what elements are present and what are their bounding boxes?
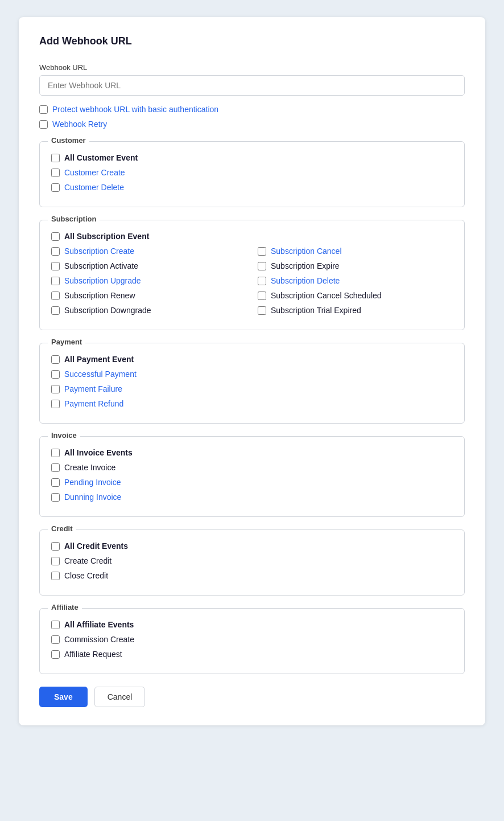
save-button[interactable]: Save xyxy=(39,687,88,707)
all-payment-event-option[interactable]: All Payment Event xyxy=(51,355,453,364)
all-payment-event-checkbox[interactable] xyxy=(51,355,60,364)
subscription-items-grid: Subscription Create Subscription Cancel … xyxy=(51,247,453,321)
sub-expire-checkbox[interactable] xyxy=(258,262,266,270)
invoice-section: Invoice All Invoice Events Create Invoic… xyxy=(39,436,465,517)
payment-failure-checkbox[interactable] xyxy=(51,385,60,393)
successful-payment-option[interactable]: Successful Payment xyxy=(51,370,453,379)
successful-payment-checkbox[interactable] xyxy=(51,370,60,379)
affiliate-content: All Affiliate Events Commission Create A… xyxy=(51,620,453,659)
sub-create-checkbox[interactable] xyxy=(51,247,60,256)
sub-upgrade-option[interactable]: Subscription Upgrade xyxy=(51,276,246,285)
all-subscription-event-option[interactable]: All Subscription Event xyxy=(51,232,453,241)
sub-downgrade-checkbox[interactable] xyxy=(51,306,60,315)
commission-create-checkbox[interactable] xyxy=(51,635,60,644)
sub-downgrade-label: Subscription Downgrade xyxy=(64,306,151,315)
create-invoice-checkbox[interactable] xyxy=(51,463,60,472)
dunning-invoice-label: Dunning Invoice xyxy=(64,492,121,502)
sub-downgrade-option[interactable]: Subscription Downgrade xyxy=(51,306,246,315)
webhook-retry-option[interactable]: Webhook Retry xyxy=(39,120,465,129)
customer-create-label: Customer Create xyxy=(64,168,125,177)
all-payment-event-label: All Payment Event xyxy=(64,355,134,364)
all-invoice-events-checkbox[interactable] xyxy=(51,449,60,457)
customer-legend: Customer xyxy=(48,136,89,145)
dunning-invoice-option[interactable]: Dunning Invoice xyxy=(51,492,453,502)
all-customer-event-checkbox[interactable] xyxy=(51,154,60,162)
affiliate-request-checkbox[interactable] xyxy=(51,650,60,659)
all-invoice-events-label: All Invoice Events xyxy=(64,448,133,457)
credit-content: All Credit Events Create Credit Close Cr… xyxy=(51,541,453,580)
webhook-url-label: Webhook URL xyxy=(39,63,465,72)
payment-failure-option[interactable]: Payment Failure xyxy=(51,384,453,393)
sub-cancel-option[interactable]: Subscription Cancel xyxy=(258,247,453,256)
webhook-url-input[interactable] xyxy=(39,75,465,96)
all-subscription-event-checkbox[interactable] xyxy=(51,232,60,241)
pending-invoice-checkbox[interactable] xyxy=(51,478,60,487)
all-credit-events-label: All Credit Events xyxy=(64,541,128,551)
payment-refund-option[interactable]: Payment Refund xyxy=(51,399,453,408)
create-credit-checkbox[interactable] xyxy=(51,557,60,565)
sub-cancel-sched-checkbox[interactable] xyxy=(258,292,266,300)
close-credit-label: Close Credit xyxy=(64,571,108,580)
all-affiliate-events-option[interactable]: All Affiliate Events xyxy=(51,620,453,629)
sub-activate-label: Subscription Activate xyxy=(64,261,138,270)
sub-activate-checkbox[interactable] xyxy=(51,262,60,270)
action-buttons: Save Cancel xyxy=(39,687,465,707)
sub-cancel-sched-option[interactable]: Subscription Cancel Scheduled xyxy=(258,291,453,300)
affiliate-request-option[interactable]: Affiliate Request xyxy=(51,650,453,659)
successful-payment-label: Successful Payment xyxy=(64,370,137,379)
create-credit-option[interactable]: Create Credit xyxy=(51,556,453,565)
pending-invoice-option[interactable]: Pending Invoice xyxy=(51,478,453,487)
sub-delete-checkbox[interactable] xyxy=(258,277,266,285)
customer-delete-checkbox[interactable] xyxy=(51,183,60,192)
all-affiliate-events-checkbox[interactable] xyxy=(51,621,60,629)
sub-create-label: Subscription Create xyxy=(64,247,134,256)
webhook-retry-checkbox[interactable] xyxy=(39,120,48,129)
sub-expire-label: Subscription Expire xyxy=(271,261,340,270)
add-webhook-card: Add Webhook URL Webhook URL Protect webh… xyxy=(19,17,485,725)
all-credit-events-checkbox[interactable] xyxy=(51,542,60,551)
sub-renew-checkbox[interactable] xyxy=(51,292,60,300)
all-customer-event-option[interactable]: All Customer Event xyxy=(51,153,453,162)
commission-create-option[interactable]: Commission Create xyxy=(51,635,453,644)
sub-renew-option[interactable]: Subscription Renew xyxy=(51,291,246,300)
payment-failure-label: Payment Failure xyxy=(64,384,122,393)
create-credit-label: Create Credit xyxy=(64,556,111,565)
sub-activate-option[interactable]: Subscription Activate xyxy=(51,261,246,270)
sub-expire-option[interactable]: Subscription Expire xyxy=(258,261,453,270)
customer-delete-option[interactable]: Customer Delete xyxy=(51,183,453,192)
payment-refund-checkbox[interactable] xyxy=(51,400,60,408)
cancel-button[interactable]: Cancel xyxy=(94,687,146,707)
credit-legend: Credit xyxy=(48,524,76,533)
affiliate-section: Affiliate All Affiliate Events Commissio… xyxy=(39,608,465,674)
sub-delete-label: Subscription Delete xyxy=(271,276,340,285)
customer-delete-label: Customer Delete xyxy=(64,183,124,192)
affiliate-request-label: Affiliate Request xyxy=(64,650,122,659)
all-credit-events-option[interactable]: All Credit Events xyxy=(51,541,453,551)
sub-trial-exp-label: Subscription Trial Expired xyxy=(271,306,361,315)
protect-auth-checkbox[interactable] xyxy=(39,105,48,114)
create-invoice-label: Create Invoice xyxy=(64,463,115,472)
customer-create-option[interactable]: Customer Create xyxy=(51,168,453,177)
top-options: Protect webhook URL with basic authentic… xyxy=(39,105,465,129)
commission-create-label: Commission Create xyxy=(64,635,134,644)
all-invoice-events-option[interactable]: All Invoice Events xyxy=(51,448,453,457)
all-affiliate-events-label: All Affiliate Events xyxy=(64,620,134,629)
sub-cancel-checkbox[interactable] xyxy=(258,247,266,256)
close-credit-option[interactable]: Close Credit xyxy=(51,571,453,580)
sub-upgrade-checkbox[interactable] xyxy=(51,277,60,285)
sub-delete-option[interactable]: Subscription Delete xyxy=(258,276,453,285)
customer-create-checkbox[interactable] xyxy=(51,169,60,177)
dunning-invoice-checkbox[interactable] xyxy=(51,493,60,502)
sub-create-option[interactable]: Subscription Create xyxy=(51,247,246,256)
page-title: Add Webhook URL xyxy=(39,35,465,47)
payment-refund-label: Payment Refund xyxy=(64,399,123,408)
sub-trial-exp-checkbox[interactable] xyxy=(258,306,266,315)
credit-section: Credit All Credit Events Create Credit C… xyxy=(39,529,465,596)
create-invoice-option[interactable]: Create Invoice xyxy=(51,463,453,472)
protect-auth-option[interactable]: Protect webhook URL with basic authentic… xyxy=(39,105,465,114)
close-credit-checkbox[interactable] xyxy=(51,572,60,580)
payment-legend: Payment xyxy=(48,338,85,346)
sub-trial-exp-option[interactable]: Subscription Trial Expired xyxy=(258,306,453,315)
customer-content: All Customer Event Customer Create Custo… xyxy=(51,153,453,192)
subscription-section: Subscription All Subscription Event Subs… xyxy=(39,220,465,330)
